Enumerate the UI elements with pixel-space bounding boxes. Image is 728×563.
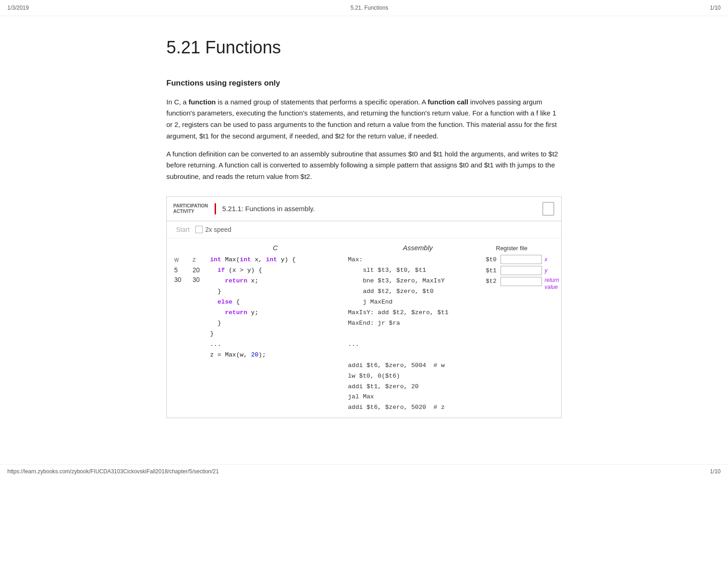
page-title-top: 5.21. Functions	[351, 4, 388, 12]
activity-header: PARTICIPATIONACTIVITY 5.21.1: Functions …	[167, 197, 561, 221]
asm-line-4: add $t2, $zero, $t0	[348, 287, 477, 297]
footer-page: 1/10	[710, 467, 721, 476]
asm-code: Max: slt $t3, $t0, $t1 bne $t3, $zero, M…	[348, 255, 477, 413]
asm-line-15: addi $t6, $zero, 5020 # z	[348, 402, 477, 413]
reg-t2-box	[500, 277, 542, 286]
asm-line-12: lw $t0, 0($t6)	[348, 371, 477, 382]
svg-rect-0	[543, 202, 554, 215]
register-file: $t0 x $t1 y $t2 returnvalue	[486, 255, 559, 292]
c-line-1: int Max(int x, int y) {	[210, 255, 339, 265]
c-line-7: }	[210, 318, 339, 329]
col-asm-header: Assembly	[403, 244, 432, 252]
speed-label: 2x speed	[205, 226, 232, 233]
page-number: 1/10	[710, 4, 721, 12]
asm-line-8	[348, 329, 477, 339]
c-line-2: if (x > y) {	[210, 265, 339, 276]
reg-t1-label: $t1	[486, 266, 499, 276]
reg-row-t2: $t2 returnvalue	[486, 277, 559, 290]
c-line-8: }	[210, 329, 339, 339]
col-c-header: C	[273, 244, 278, 252]
c-line-10: z = Max(w, 20);	[210, 350, 339, 361]
asm-line-9: ...	[348, 339, 477, 350]
w-label: w	[174, 255, 183, 264]
participation-label: PARTICIPATIONACTIVITY	[173, 203, 216, 214]
asm-line-11: addi $t6, $zero, 5004 # w	[348, 361, 477, 371]
reg-t1-box	[500, 266, 542, 275]
z-label: z	[193, 255, 202, 264]
reg-t0-desc: x	[545, 255, 547, 264]
c-line-6: return y;	[210, 308, 339, 318]
speed-button[interactable]: 2x speed	[195, 226, 232, 233]
c-line-9: ...	[210, 339, 339, 350]
reg-row-t0: $t0 x	[486, 255, 559, 264]
page-title: 5.21 Functions	[166, 34, 562, 61]
wz-block: w z 5 20 30 30	[174, 255, 206, 285]
page-content: 5.21 Functions Functions using registers…	[157, 16, 571, 460]
reg-t1-desc: y	[545, 266, 547, 275]
w-val1: 5	[174, 265, 183, 275]
reg-row-t1: $t1 y	[486, 266, 559, 275]
top-bar: 1/3/2019 5.21. Functions 1/10	[0, 0, 728, 16]
speed-checkbox[interactable]	[195, 226, 203, 233]
asm-line-7: MaxEnd: jr $ra	[348, 318, 477, 329]
activity-title: 5.21.1: Functions in assembly.	[222, 204, 542, 214]
asm-line-3: bne $t3, $zero, MaxIsY	[348, 276, 477, 287]
footer-url: https://learn.zybooks.com/zybook/FIUCDA3…	[7, 467, 219, 476]
c-line-4: }	[210, 287, 339, 297]
reg-t2-label: $t2	[486, 277, 499, 286]
asm-line-5: j MaxEnd	[348, 297, 477, 308]
w-val2: 30	[174, 275, 183, 285]
asm-line-10	[348, 350, 477, 361]
reg-t0-label: $t0	[486, 255, 499, 264]
asm-line-2: slt $t3, $t0, $t1	[348, 265, 477, 276]
start-button[interactable]: Start	[176, 226, 190, 233]
asm-line-6: MaxIsY: add $t2, $zero, $t1	[348, 308, 477, 318]
footer-bar: https://learn.zybooks.com/zybook/FIUCDA3…	[0, 464, 728, 478]
activity-controls: Start 2x speed	[167, 221, 561, 238]
reg-t2-desc: returnvalue	[545, 277, 559, 290]
z-val2: 30	[193, 275, 202, 285]
paragraph1: In C, a function is a named group of sta…	[166, 97, 562, 142]
reg-t0-box	[500, 255, 542, 264]
c-line-3: return x;	[210, 276, 339, 287]
activity-box: PARTICIPATIONACTIVITY 5.21.1: Functions …	[166, 196, 562, 419]
asm-line-1: Max:	[348, 255, 477, 265]
date: 1/3/2019	[7, 4, 29, 12]
asm-line-13: addi $t1, $zero, 20	[348, 382, 477, 392]
activity-content-area: C Assembly Register file w z	[167, 238, 561, 418]
section-heading: Functions using registers only	[166, 77, 562, 89]
asm-line-14: jal Max	[348, 392, 477, 402]
bookmark-icon	[542, 201, 555, 216]
z-val1: 20	[193, 265, 202, 275]
register-file-label: Register file	[496, 245, 528, 252]
paragraph2: A function definition can be converted t…	[166, 149, 562, 183]
c-line-5: else {	[210, 297, 339, 308]
c-code: int Max(int x, int y) { if (x > y) { ret…	[210, 255, 339, 360]
